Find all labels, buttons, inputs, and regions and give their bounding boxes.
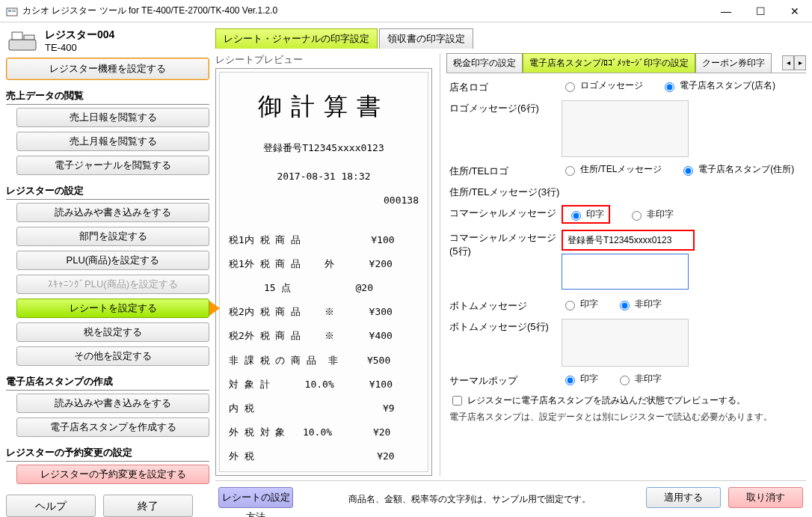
svg-rect-2 [12, 10, 16, 10]
other-button[interactable]: その他を設定する [16, 346, 209, 366]
tab-receipt-slip[interactable]: 領収書の印字設定 [379, 28, 473, 49]
tab-scroll-left[interactable]: ◂ [782, 55, 794, 70]
section-stamp: 電子店名スタンプの作成 [6, 375, 209, 391]
label-commercial-5: コマーシャルメッセージ(5行) [449, 230, 562, 258]
bottom-message-box [562, 319, 689, 367]
maximize-button[interactable]: ☐ [743, 0, 778, 22]
commercial-input[interactable] [565, 233, 692, 248]
svg-rect-4 [9, 40, 36, 50]
plu-button[interactable]: PLU(商品)を設定する [16, 251, 209, 270]
preview-note: 電子店名スタンプは、設定データとは別にレジスターで読込む必要があります。 [449, 411, 803, 423]
label-thermal: サーマルポップ [449, 373, 562, 388]
radio-commercial-noprint[interactable] [632, 211, 642, 221]
window-title: カシオ レジスター ツール for TE-400/TE-2700/TK-400 … [22, 4, 709, 17]
receipt-button[interactable]: レシートを設定する [16, 299, 209, 318]
label-logo-message-6: ロゴメッセージ(6行) [449, 100, 562, 115]
exit-button[interactable]: 終了 [103, 495, 193, 517]
close-button[interactable]: ✕ [778, 0, 812, 22]
section-reserve: レジスターの予約変更の設定 [6, 446, 209, 462]
radio-bottom-print[interactable] [565, 301, 575, 310]
radio-store-stamp[interactable] [665, 82, 674, 92]
section-settings: レジスターの設定 [6, 184, 209, 200]
svg-rect-3 [12, 11, 16, 12]
commercial-textarea[interactable] [562, 254, 689, 290]
radio-addr-msg[interactable] [565, 166, 575, 176]
svg-rect-1 [8, 10, 11, 12]
subtab-coupon[interactable]: クーポン券印字 [695, 53, 772, 73]
register-name: レジスター004 [45, 28, 114, 42]
radio-addr-stamp[interactable] [683, 166, 693, 176]
label-commercial: コマーシャルメッセージ [449, 205, 562, 220]
label-addr-tel-msg3: 住所/TELメッセージ(3行) [449, 184, 562, 199]
howto-button[interactable]: レシートの設定方法 [218, 487, 293, 508]
svg-rect-5 [12, 32, 22, 40]
readwrite-button[interactable]: 読み込みや書き込みをする [16, 203, 209, 222]
register-icon [6, 29, 39, 53]
help-button[interactable]: ヘルプ [6, 495, 96, 517]
subtab-tax[interactable]: 税金印字の設定 [446, 53, 523, 73]
register-model: TE-400 [45, 42, 114, 53]
stamp-make-button[interactable]: 電子店名スタンプを作成する [16, 417, 209, 437]
label-addr-tel: 住所/TELロゴ [449, 163, 562, 178]
dept-button[interactable]: 部門を設定する [16, 227, 209, 246]
minimize-button[interactable]: — [709, 0, 743, 22]
label-bottom-msg: ボトムメッセージ [449, 298, 562, 313]
apply-button[interactable]: 適用する [646, 487, 721, 508]
cancel-button[interactable]: 取り消す [728, 487, 803, 508]
svg-rect-6 [24, 35, 34, 40]
preview-label: レシートプレビュー [215, 53, 432, 67]
logo-message-box [562, 100, 689, 157]
set-model-button[interactable]: レジスター機種を設定する [6, 58, 209, 80]
ejournal-button[interactable]: 電子ジャーナルを閲覧する [16, 156, 209, 175]
radio-commercial-print[interactable] [571, 211, 581, 221]
footer-note: 商品名、金額、税率等の文字列は、サンプル用で固定です。 [301, 493, 639, 506]
scanplu-button: ｽｷｬﾆﾝｸﾞPLU(商品)を設定する [16, 275, 209, 294]
label-store-logo: 店名ロゴ [449, 79, 562, 94]
section-browse: 売上データの閲覧 [6, 89, 209, 105]
radio-bottom-noprint[interactable] [620, 301, 630, 310]
radio-thermal-print[interactable] [565, 376, 575, 385]
preview-checkbox-label: レジスターに電子店名スタンプを読み込んだ状態でプレビューする。 [467, 394, 745, 407]
label-bottom-msg5: ボトムメッセージ(5行) [449, 319, 562, 334]
selected-indicator-icon [209, 301, 220, 316]
daily-report-button[interactable]: 売上日報を閲覧する [16, 108, 209, 127]
tab-scroll-right[interactable]: ▸ [794, 55, 806, 70]
stamp-rw-button[interactable]: 読み込みや書き込みをする [16, 394, 209, 413]
radio-logo-message[interactable] [565, 82, 575, 92]
tab-receipt-journal[interactable]: レシート・ジャーナルの印字設定 [215, 28, 378, 49]
radio-thermal-noprint[interactable] [620, 376, 630, 385]
reserve-button[interactable]: レジスターの予約変更を設定する [16, 465, 209, 484]
subtab-stamp[interactable]: 電子店名スタンプ/ﾛｺﾞﾒｯｾｰｼﾞ印字の設定 [523, 53, 695, 73]
preview-checkbox[interactable] [452, 396, 462, 406]
monthly-report-button[interactable]: 売上月報を閲覧する [16, 132, 209, 151]
tax-button[interactable]: 税を設定する [16, 322, 209, 342]
receipt-preview: 御計算書 登録番号T12345xxxx0123 2017-08-31 18:32… [219, 72, 428, 472]
